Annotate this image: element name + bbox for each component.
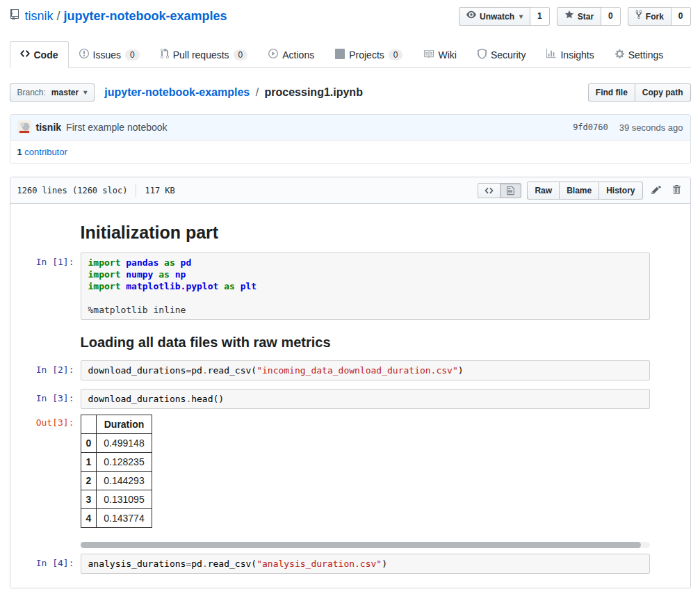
repo-owner-link[interactable]: tisnik: [25, 9, 54, 24]
tab-insights[interactable]: Insights: [536, 41, 604, 68]
pull-requests-counter: 0: [234, 49, 248, 61]
table-row: 2 0.144293: [81, 472, 152, 490]
index-cell: 2: [81, 472, 97, 490]
chevron-down-icon: ▾: [519, 10, 523, 23]
commit-meta: 9fd0760 39 seconds ago: [573, 122, 683, 133]
tab-security[interactable]: Security: [467, 41, 537, 68]
actions-icon: [268, 49, 278, 61]
copy-path-button[interactable]: Copy path: [635, 83, 691, 102]
fork-button[interactable]: Fork: [628, 7, 671, 26]
tab-label: Wiki: [438, 49, 456, 61]
output-prompt: Out[3]:: [10, 415, 81, 528]
contributors-count: 1: [17, 147, 22, 157]
index-cell: 3: [81, 490, 97, 509]
star-count[interactable]: 0: [601, 7, 621, 26]
trash-icon: [672, 186, 681, 197]
tab-label: Actions: [282, 49, 314, 61]
wiki-icon: [423, 49, 434, 61]
watch-group: Unwatch ▾ 1: [459, 7, 550, 26]
table-row: 4 0.143774: [81, 509, 152, 528]
notebook-heading: Initialization part: [81, 222, 650, 243]
raw-button[interactable]: Raw: [527, 182, 560, 200]
repo-header: tisnik / jupyter-notebook-examples Unwat…: [10, 0, 691, 26]
commit-sha-link[interactable]: 9fd0760: [573, 122, 608, 132]
index-cell: 0: [81, 434, 97, 453]
notebook-cell-3: In [3]: download_durations.head(): [10, 389, 690, 409]
file-header: 1260 lines (1260 sloc) 117 KB Raw Blame …: [10, 177, 690, 204]
pull-request-icon: [161, 48, 169, 61]
table-row: 1 0.128235: [81, 453, 152, 472]
tab-projects[interactable]: Projects 0: [325, 41, 413, 68]
shield-icon: [478, 49, 487, 61]
tab-label: Settings: [628, 49, 664, 61]
branch-select-button[interactable]: Branch: master ▾: [10, 83, 95, 102]
file-info: 1260 lines (1260 sloc) 117 KB: [17, 184, 175, 197]
star-button[interactable]: Star: [557, 7, 601, 26]
table-row: 0 0.499148: [81, 434, 152, 453]
notebook-output-3: Out[3]: Duration 0 0.499148: [10, 415, 690, 528]
tab-code[interactable]: Code: [10, 41, 69, 68]
notebook-cell-4: In [4]: analysis_durations=pd.read_csv("…: [10, 554, 690, 574]
file-lines-info: 1260 lines (1260 sloc): [17, 186, 128, 195]
notebook-cell-2: In [2]: download_durations=pd.read_csv("…: [10, 360, 690, 380]
code-cell: download_durations=pd.read_csv("incoming…: [81, 360, 650, 380]
index-cell: 1: [81, 453, 97, 472]
fork-count[interactable]: 0: [671, 7, 691, 26]
rendered-view-button[interactable]: [500, 183, 521, 198]
repo-name-link[interactable]: jupyter-notebook-examples: [64, 9, 227, 24]
delete-file-button[interactable]: [669, 182, 683, 199]
raw-blame-history-group: Raw Blame History: [527, 182, 642, 200]
tab-pull-requests[interactable]: Pull requests 0: [150, 41, 259, 68]
value-cell: 0.131095: [97, 490, 152, 509]
cell-content: download_durations=pd.read_csv("incoming…: [81, 360, 650, 380]
tab-wiki[interactable]: Wiki: [413, 41, 466, 68]
value-cell: 0.143774: [97, 509, 152, 528]
breadcrumb-separator: /: [253, 86, 261, 98]
value-cell: 0.128235: [97, 453, 152, 472]
value-cell: 0.499148: [97, 434, 152, 453]
code-cell: analysis_durations=pd.read_csv("analysis…: [81, 554, 650, 574]
source-view-button[interactable]: [478, 183, 500, 198]
commit-message-link[interactable]: First example notebook: [66, 122, 168, 133]
notebook-render: Initialization part In [1]: import panda…: [10, 204, 690, 588]
avatar[interactable]: [17, 120, 31, 134]
tab-settings[interactable]: Settings: [605, 41, 674, 68]
cell-content: analysis_durations=pd.read_csv("analysis…: [81, 554, 650, 574]
tab-actions[interactable]: Actions: [258, 41, 325, 68]
tab-issues[interactable]: Issues 0: [69, 41, 150, 68]
repo-icon: [10, 9, 25, 24]
code-cell: download_durations.head(): [81, 389, 650, 409]
projects-icon: [335, 49, 345, 61]
blame-button[interactable]: Blame: [559, 182, 599, 200]
scrollbar-thumb[interactable]: [81, 542, 642, 548]
fork-label: Fork: [646, 10, 664, 23]
history-button[interactable]: History: [599, 182, 642, 200]
repo-title: tisnik / jupyter-notebook-examples: [10, 9, 227, 24]
contributors-row: 1 contributor: [10, 140, 690, 163]
unwatch-button[interactable]: Unwatch ▾: [459, 7, 530, 26]
input-prompt: In [2]:: [10, 360, 81, 380]
issue-icon: [79, 48, 89, 61]
divider: [136, 184, 136, 197]
projects-counter: 0: [389, 49, 403, 61]
breadcrumb-repo-link[interactable]: jupyter-notebook-examples: [104, 86, 250, 98]
tab-label: Issues: [93, 49, 121, 61]
pencil-icon: [651, 186, 661, 197]
commit-author-link[interactable]: tisnik: [36, 122, 62, 133]
star-icon: [564, 10, 574, 23]
chevron-down-icon: ▾: [83, 86, 87, 99]
fork-icon: [635, 10, 642, 23]
edit-file-button[interactable]: [649, 182, 664, 199]
commit-box: tisnik First example notebook 9fd0760 39…: [10, 114, 691, 164]
file-box: 1260 lines (1260 sloc) 117 KB Raw Blame …: [10, 177, 691, 588]
contributors-label: contributor: [24, 147, 67, 157]
watch-count[interactable]: 1: [530, 7, 550, 26]
issues-counter: 0: [125, 49, 140, 61]
file-actions: Raw Blame History: [478, 182, 683, 200]
page: tisnik / jupyter-notebook-examples Unwat…: [10, 0, 691, 588]
file-size: 117 KB: [145, 186, 174, 195]
commit-time: 39 seconds ago: [619, 122, 683, 133]
find-file-button[interactable]: Find file: [588, 83, 635, 102]
contributors-link[interactable]: 1 contributor: [17, 147, 67, 157]
dataframe-table: Duration 0 0.499148 1 0.128235: [81, 415, 152, 528]
